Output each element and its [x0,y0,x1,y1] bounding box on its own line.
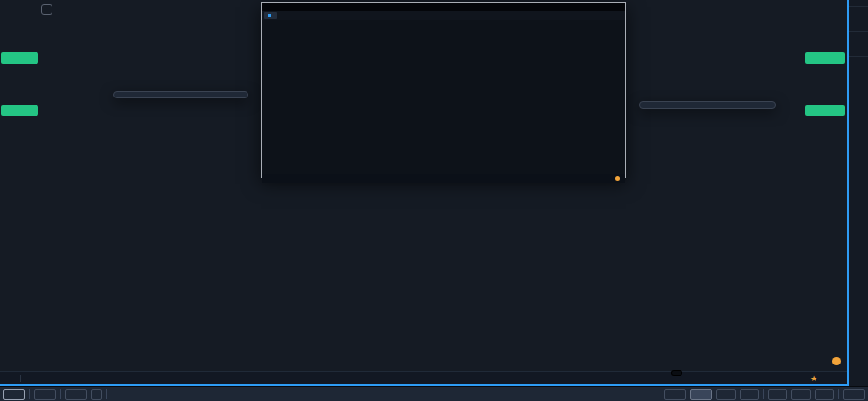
price-label-last-right [805,105,845,116]
price-label-last-left [1,105,38,116]
layout-menu [639,101,776,109]
volume-settings-icon[interactable] [54,29,64,38]
divider [20,375,21,382]
share-preview-window [261,2,626,178]
grid-icon[interactable] [794,374,802,382]
wrench-icon [854,12,863,22]
preview-tab-bar [262,11,625,20]
right-sidebar [849,0,868,386]
preview-bottom-bar [262,174,625,183]
price-label-alert-left [1,52,38,64]
tab-dot-icon [268,14,271,17]
publish-button[interactable] [843,389,865,400]
flag-icon [848,390,857,398]
preview-tab[interactable] [264,12,277,19]
square-icon [722,390,730,398]
portfolio-icon [854,37,863,47]
sidebar-tab-watchlist[interactable] [849,0,868,7]
globe-button[interactable] [768,389,787,400]
chart-preview-image [262,20,625,171]
divider [106,389,107,399]
trading-journal-button[interactable] [3,389,25,400]
notification-dot [832,357,841,365]
timeframe-bar: ★ [0,371,847,384]
target-button[interactable] [791,389,811,400]
expand-icon [745,390,754,398]
trading-app: ★ [0,0,868,401]
divider [763,389,764,399]
trading-widget-button[interactable] [34,389,56,400]
series-settings-icon[interactable] [54,17,64,26]
save-button[interactable] [690,389,712,400]
one-click-trading-button[interactable] [65,389,87,400]
divider [29,389,30,399]
divider [838,389,839,399]
screenshot-button[interactable] [716,389,736,400]
sidebar-tab-brokers[interactable] [849,7,868,32]
cloud-icon [696,390,704,398]
code-button[interactable] [91,389,102,400]
timeframe-right-group: ★ [794,374,832,383]
marketplace-button[interactable] [815,389,834,400]
indicator-icon [67,29,77,38]
ohlc-values [71,13,82,30]
hide-series-icon[interactable] [41,17,51,26]
legend-candlestick-row [41,15,82,27]
favorite-star-icon[interactable]: ★ [810,374,817,383]
hide-volume-icon[interactable] [41,29,51,38]
globe-icon [773,390,782,398]
legend-volume-row [41,27,82,39]
price-label-alert-right [805,52,845,64]
save-tooltip [672,371,681,375]
journal-icon [8,390,17,398]
bank-icon [820,390,829,398]
pointer-icon [70,390,79,398]
preview-caption [262,3,625,11]
bottom-app-toolbar [0,386,868,401]
rocket-icon [39,390,48,398]
preview-notification-dot [615,176,620,181]
chart-context-menu [113,91,248,98]
crosshair-icon [797,390,805,398]
sidebar-tab-portfolio[interactable] [849,32,868,57]
chart-legend [41,3,82,39]
single-chart-layout-button[interactable] [664,389,686,400]
divider [60,389,61,399]
magnifier-icon[interactable] [41,4,52,15]
layout-icon [669,390,678,398]
fullscreen-button[interactable] [740,389,759,400]
